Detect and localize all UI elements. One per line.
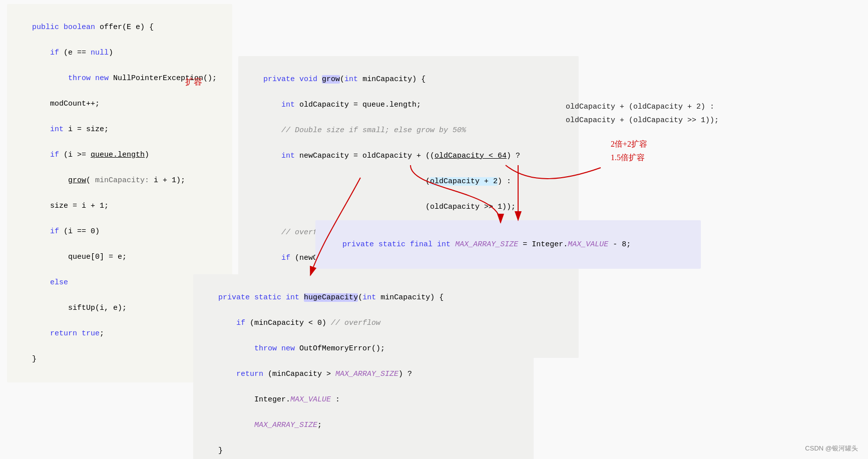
- huge-capacity-block: private static int hugeCapacity(int minC…: [193, 274, 534, 459]
- max-array-size-block: private static final int MAX_ARRAY_SIZE …: [315, 220, 701, 269]
- watermark: CSDN @银河罐头: [805, 444, 858, 453]
- half-expand-annotation: 1.5倍扩容: [611, 153, 645, 163]
- expand-annotation: 扩容: [185, 76, 202, 88]
- double-expand-annotation: 2倍+2扩容: [611, 139, 647, 150]
- capacity-formula: oldCapacity + (oldCapacity + 2) : oldCap…: [566, 100, 719, 127]
- main-container: public boolean offer(E e) { if (e == nul…: [0, 0, 868, 459]
